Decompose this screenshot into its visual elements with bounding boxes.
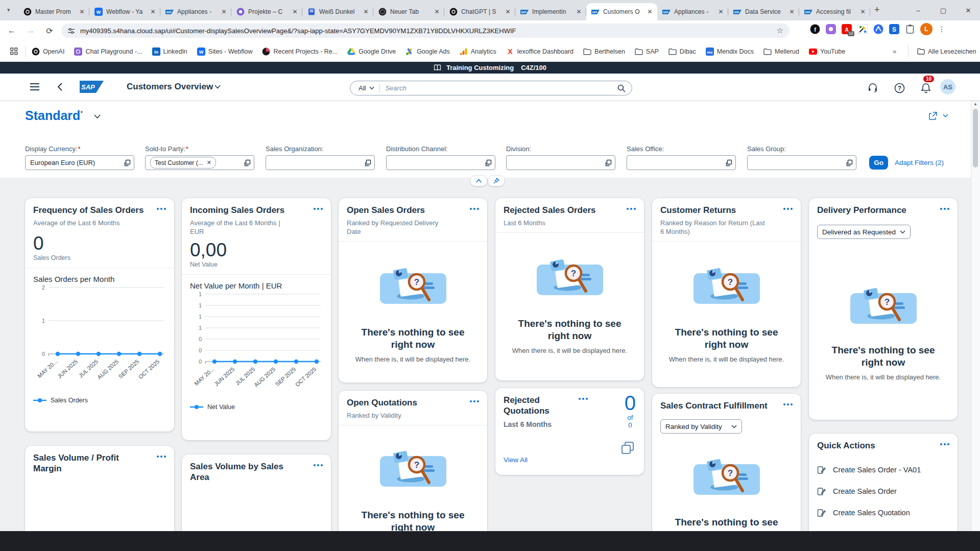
browser-tab[interactable]: SAPAppliances -✕ [160, 3, 231, 20]
ext-copilot-icon[interactable] [825, 23, 836, 35]
tab-close-icon[interactable]: ✕ [716, 8, 725, 16]
card-delivery-performance[interactable]: Delivery Performance Delivered as Reques… [809, 198, 958, 420]
ext-f-icon[interactable]: f [809, 23, 821, 35]
back-navigation-icon[interactable] [57, 82, 63, 91]
browser-tab[interactable]: Projekte – C✕ [231, 3, 302, 20]
variant-chevron-icon[interactable] [94, 114, 101, 119]
scrollbar-thumb[interactable] [973, 109, 978, 167]
browser-tab[interactable]: SAPData Service✕ [728, 3, 799, 20]
bookmark-item[interactable]: Dibac [668, 48, 696, 55]
page-scrollbar[interactable]: ▲ [971, 100, 980, 531]
quick-action-item[interactable]: Create Sales Order [817, 481, 949, 502]
search-icon[interactable] [617, 84, 626, 92]
scrollbar-up-arrow[interactable]: ▲ [973, 102, 977, 106]
window-minimize-button[interactable]: – [907, 0, 929, 20]
bookmarks-overflow[interactable]: » [893, 47, 896, 55]
address-bar[interactable]: my409395.s4hana.cloud.sap/ui#Customer-di… [61, 23, 790, 38]
filter-input[interactable]: European Euro (EUR) [25, 155, 134, 170]
browser-tab[interactable]: Master Prom✕ [18, 3, 89, 20]
notifications-bell-icon[interactable] [920, 82, 932, 94]
ext-adobe-icon[interactable]: A10 [841, 23, 852, 35]
card-rejected-sales-orders[interactable]: Rejected Sales Orders Last 6 Months ? Th… [495, 198, 644, 380]
filter-input[interactable] [386, 155, 495, 170]
token-remove-icon[interactable]: ✕ [207, 159, 211, 166]
browser-tab[interactable]: SAPCustomers O✕ [586, 3, 657, 20]
sales-contract-dropdown[interactable]: Ranked by Validity [660, 419, 742, 434]
browser-tab[interactable]: SAPAppliances -✕ [657, 3, 728, 20]
card-menu-icon[interactable] [314, 208, 323, 210]
view-all-link[interactable]: View All [504, 456, 528, 464]
bookmark-item[interactable]: YouTube [809, 48, 845, 55]
card-menu-icon[interactable] [940, 208, 949, 210]
adapt-filters-link[interactable]: Adapt Filters (2) [895, 159, 944, 166]
apps-grid-icon[interactable] [10, 47, 18, 55]
app-title-chevron-icon[interactable] [214, 85, 221, 89]
browser-tab[interactable]: WWebflow - Ya✕ [89, 3, 160, 20]
card-menu-icon[interactable] [783, 403, 793, 405]
ext-nord-icon[interactable] [873, 23, 884, 35]
menu-hamburger-icon[interactable] [30, 83, 40, 91]
browser-tab[interactable]: Neuer Tab✕ [373, 3, 444, 20]
reload-button[interactable]: ⟳ [44, 25, 55, 36]
card-menu-icon[interactable] [470, 400, 479, 402]
tab-close-icon[interactable]: ✕ [78, 8, 86, 16]
bookmark-item[interactable]: Google Drive [347, 47, 396, 55]
pin-header-button[interactable] [488, 175, 505, 186]
all-bookmarks[interactable]: Alle Lesezeichen [917, 48, 976, 55]
new-tab-button[interactable]: + [874, 5, 880, 14]
filter-input[interactable] [627, 155, 736, 170]
card-menu-icon[interactable] [470, 208, 479, 210]
card-menu-icon[interactable] [157, 456, 166, 458]
bookmark-item[interactable]: Berthelsen [583, 48, 625, 55]
tab-close-icon[interactable]: ✕ [362, 8, 370, 16]
tab-close-icon[interactable]: ✕ [433, 8, 441, 16]
support-headset-icon[interactable] [867, 82, 879, 94]
filter-token[interactable]: Test Customer (...✕ [150, 157, 216, 169]
share-icon[interactable] [928, 111, 938, 121]
browser-tab[interactable]: ChatGPT | S✕ [444, 3, 515, 20]
shell-search[interactable]: All Search [350, 81, 632, 95]
value-help-icon[interactable] [244, 159, 251, 166]
search-scope[interactable]: All [358, 84, 366, 92]
bookmark-item[interactable]: Chat Playground -... [74, 47, 142, 56]
quick-action-item[interactable]: Create Sales Order - VA01 [817, 459, 949, 481]
card-menu-icon[interactable] [627, 208, 636, 210]
tab-close-icon[interactable]: ✕ [787, 8, 796, 16]
value-help-icon[interactable] [124, 159, 131, 166]
user-avatar[interactable]: AS [940, 79, 955, 94]
browser-tab[interactable]: SAPImplementin✕ [515, 3, 586, 20]
browser-tab[interactable]: SAPAccessing fil✕ [799, 3, 870, 20]
bookmark-item[interactable]: SAP [635, 48, 659, 55]
bookmark-item[interactable]: Xlexoffice Dashboard [506, 47, 573, 56]
card-customer-returns[interactable]: Customer Returns Ranked by Reason for Re… [652, 198, 801, 387]
sap-logo[interactable]: SAP [80, 81, 104, 93]
card-incoming-sales-orders[interactable]: Incoming Sales Orders Average of the Las… [182, 198, 331, 440]
filter-input[interactable]: Test Customer (...✕ [145, 155, 254, 170]
search-placeholder[interactable]: Search [385, 84, 617, 92]
bookmark-item[interactable]: OpenAI [32, 47, 64, 56]
header-chevron-icon[interactable] [943, 114, 948, 118]
card-open-quotations[interactable]: Open Quotations Ranked by Validity ? The… [339, 391, 487, 551]
filter-input[interactable] [266, 155, 375, 170]
bookmark-item[interactable]: Analytics [460, 47, 496, 56]
back-button[interactable]: ← [6, 25, 17, 36]
tab-close-icon[interactable]: ✕ [858, 8, 867, 16]
filter-input[interactable] [506, 155, 615, 170]
delivery-performance-dropdown[interactable]: Delivered as Requested [817, 225, 911, 239]
value-help-icon[interactable] [485, 159, 492, 166]
tab-close-icon[interactable]: ✕ [646, 8, 654, 16]
card-frequency-of-sales-orders[interactable]: Frequency of Sales Orders Average of the… [25, 198, 174, 432]
bookmark-item[interactable]: Mellerud [763, 48, 799, 55]
tab-close-icon[interactable]: ✕ [220, 8, 228, 16]
ext-clipboard-icon[interactable] [904, 23, 916, 35]
site-settings-icon[interactable] [67, 27, 75, 35]
bookmark-star-icon[interactable]: ☆ [777, 26, 783, 35]
collapse-header-button[interactable] [470, 175, 487, 186]
card-sales-contract-fulfillment[interactable]: Sales Contract Fulfillment Ranked by Val… [652, 394, 801, 551]
filter-input[interactable] [747, 155, 856, 170]
card-menu-icon[interactable] [940, 443, 949, 445]
bookmark-item[interactable]: Google Ads [405, 47, 450, 56]
card-menu-icon[interactable] [157, 208, 166, 210]
tab-close-icon[interactable]: ✕ [575, 8, 583, 16]
tab-close-icon[interactable]: ✕ [504, 8, 512, 16]
